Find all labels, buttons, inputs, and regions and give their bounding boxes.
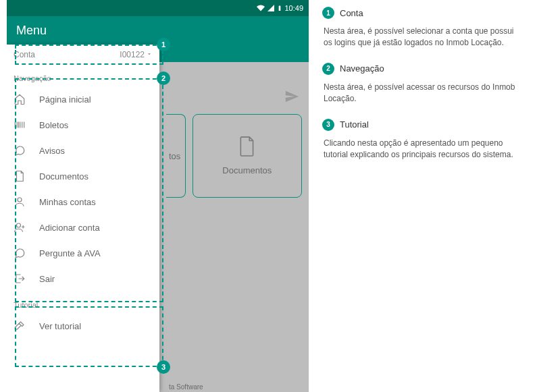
nav-item-label: Documentos bbox=[39, 171, 88, 181]
status-time: 10:49 bbox=[284, 4, 303, 12]
doc-title-3: Tutorial bbox=[340, 119, 369, 130]
tutorial-section-label: Tutorial bbox=[7, 291, 159, 313]
nav-item-label: Boletos bbox=[39, 120, 68, 130]
doc-section-navegacao: 2 Navegação Nesta área, é possível acess… bbox=[322, 63, 523, 105]
nav-item-documentos[interactable]: Documentos bbox=[7, 163, 159, 189]
document-icon bbox=[238, 136, 256, 159]
nav-item-boletos[interactable]: Boletos bbox=[7, 112, 159, 138]
doc-marker-1: 1 bbox=[322, 7, 334, 19]
account-label: Conta bbox=[14, 50, 35, 59]
send-icon[interactable] bbox=[284, 89, 299, 106]
documentation-column: 1 Conta Nesta área, é possível seleciona… bbox=[315, 0, 537, 392]
callout-marker-3: 3 bbox=[157, 360, 170, 374]
card-label: Documentos bbox=[222, 165, 272, 175]
home-icon bbox=[14, 93, 26, 105]
nav-item-label: Página inicial bbox=[39, 94, 91, 105]
callout-marker-1: 1 bbox=[157, 38, 170, 51]
nav-item-label: Sair bbox=[39, 274, 55, 284]
chevron-down-icon bbox=[146, 50, 153, 59]
hammer-icon bbox=[14, 320, 26, 332]
user-plus-icon bbox=[14, 221, 26, 233]
signal-icon bbox=[267, 4, 275, 12]
user-icon bbox=[14, 196, 26, 208]
nav-item-label: Ver tutorial bbox=[39, 321, 81, 331]
doc-body-3: Clicando nesta opção é apresentado um pe… bbox=[322, 138, 523, 161]
doc-title-1: Conta bbox=[340, 8, 363, 18]
nav-item-minhas-contas[interactable]: Minhas contas bbox=[7, 189, 159, 215]
nav-item-label: Minhas contas bbox=[39, 197, 96, 207]
chat-icon bbox=[14, 144, 26, 157]
card-partial-label: tos bbox=[169, 151, 180, 161]
nav-section-label: Navegação bbox=[7, 65, 159, 86]
status-bar: 10:49 bbox=[7, 0, 309, 16]
doc-body-2: Nesta área, é possível acessar os recurs… bbox=[322, 82, 523, 105]
doc-section-conta: 1 Conta Nesta área, é possível seleciona… bbox=[322, 7, 523, 49]
page: 10:49 Menu tos Documentos bbox=[0, 0, 537, 392]
callout-marker-2: 2 bbox=[157, 72, 170, 85]
exit-icon bbox=[14, 273, 26, 285]
barcode-icon bbox=[14, 119, 26, 131]
document-icon bbox=[14, 170, 26, 182]
svg-point-1 bbox=[17, 223, 21, 227]
battery-icon bbox=[277, 4, 282, 12]
underlay-header bbox=[159, 45, 309, 62]
navigation-drawer: Conta I00122 Navegação Página inicial Bo… bbox=[7, 45, 159, 392]
doc-marker-3: 3 bbox=[322, 119, 334, 131]
doc-title-2: Navegação bbox=[340, 63, 384, 74]
card-partial[interactable]: tos bbox=[166, 114, 186, 198]
phone-frame: 10:49 Menu tos Documentos bbox=[7, 0, 309, 392]
nav-item-tutorial[interactable]: Ver tutorial bbox=[7, 313, 159, 339]
nav-item-adicionar-conta[interactable]: Adicionar conta bbox=[7, 215, 159, 240]
nav-item-avisos[interactable]: Avisos bbox=[7, 138, 159, 163]
svg-point-0 bbox=[18, 198, 22, 202]
question-chat-icon bbox=[14, 247, 26, 259]
wifi-icon bbox=[257, 4, 265, 12]
nav-item-home[interactable]: Página inicial bbox=[7, 86, 159, 112]
phone-column: 10:49 Menu tos Documentos bbox=[0, 0, 315, 392]
footer-text: ta Software bbox=[169, 383, 203, 391]
account-selector[interactable]: Conta I00122 bbox=[7, 45, 159, 65]
card-documentos[interactable]: Documentos bbox=[193, 114, 302, 198]
nav-item-sair[interactable]: Sair bbox=[7, 266, 159, 291]
account-value: I00122 bbox=[120, 50, 145, 59]
nav-item-label: Pergunte à AVA bbox=[39, 248, 101, 258]
doc-body-1: Nesta área, é possível selecionar a cont… bbox=[322, 26, 523, 49]
underlay-content: tos Documentos bbox=[159, 62, 309, 392]
account-value-wrap: I00122 bbox=[120, 50, 153, 59]
appbar-title: Menu bbox=[16, 24, 47, 38]
nav-item-ava[interactable]: Pergunte à AVA bbox=[7, 240, 159, 266]
nav-item-label: Avisos bbox=[39, 146, 65, 156]
doc-marker-2: 2 bbox=[322, 63, 334, 75]
nav-item-label: Adicionar conta bbox=[39, 223, 100, 233]
doc-section-tutorial: 3 Tutorial Clicando nesta opção é aprese… bbox=[322, 119, 523, 161]
